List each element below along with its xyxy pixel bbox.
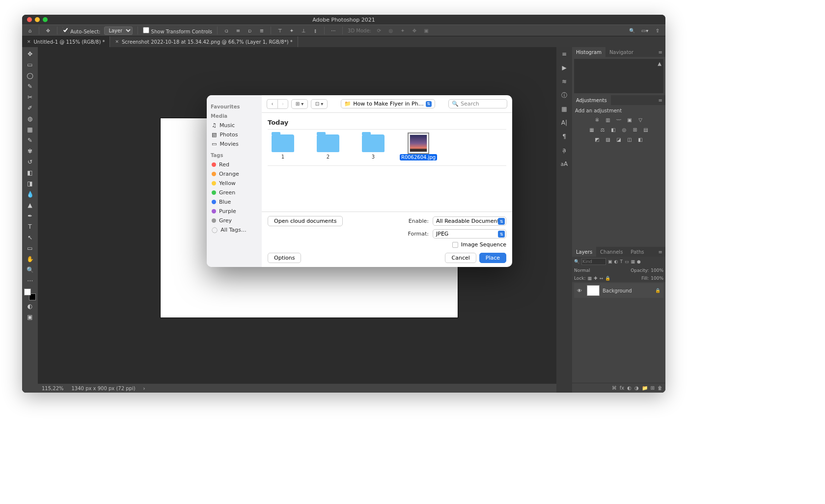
tag-orange[interactable]: Orange: [211, 169, 258, 179]
filter-smart-icon[interactable]: ▦: [631, 259, 635, 264]
distribute-vcenter-icon[interactable]: ✦: [288, 27, 296, 34]
show-transform-checkbox[interactable]: Show Transform Controls: [143, 27, 212, 34]
align-left-icon[interactable]: ⫏: [222, 27, 230, 34]
play-icon[interactable]: ▶: [560, 64, 568, 72]
tab-screenshot[interactable]: ✕ Screenshot 2022-10-18 at 15.34.42.png …: [110, 36, 298, 47]
close-tab-icon[interactable]: ✕: [115, 39, 119, 44]
tab-paths[interactable]: Paths: [627, 247, 648, 257]
path-select-tool[interactable]: ↖: [25, 233, 35, 242]
open-cloud-button[interactable]: Open cloud documents: [268, 216, 343, 226]
sidebar-item-movies[interactable]: ▭Movies: [211, 139, 258, 149]
delete-icon[interactable]: 🗑: [658, 385, 662, 391]
filter-adj-icon[interactable]: ◐: [614, 259, 618, 264]
spot-heal-tool[interactable]: ◍: [25, 114, 35, 124]
tag-green[interactable]: Green: [211, 188, 258, 197]
crop-tool[interactable]: ✂: [25, 92, 35, 102]
lookup-icon[interactable]: ▤: [642, 126, 650, 133]
tab-layers[interactable]: Layers: [572, 247, 596, 257]
link-icon[interactable]: ⌘: [612, 385, 617, 391]
type-tool[interactable]: T: [25, 222, 35, 232]
doc-info[interactable]: 1340 px x 900 px (72 ppi): [72, 386, 136, 391]
hand-tool[interactable]: ✋: [25, 254, 35, 264]
chevron-right-icon[interactable]: ›: [143, 386, 145, 391]
workspace-switcher-icon[interactable]: ▭▾: [641, 27, 649, 34]
glyphs-icon[interactable]: ạ: [560, 146, 568, 154]
bw-icon[interactable]: ◧: [609, 126, 617, 133]
zoom-value[interactable]: 115,22%: [42, 386, 64, 391]
folder-item-3[interactable]: 3: [358, 134, 388, 160]
place-button[interactable]: Place: [479, 253, 506, 263]
lock-all-icon[interactable]: 🔒: [605, 276, 610, 281]
adj-layer-icon[interactable]: ◑: [634, 385, 639, 391]
options-button[interactable]: Options: [268, 253, 301, 263]
blur-tool[interactable]: 💧: [25, 189, 35, 199]
kind-filter[interactable]: [581, 258, 606, 265]
filter-image-icon[interactable]: ▣: [608, 259, 612, 264]
panel-menu-icon[interactable]: ≡: [656, 249, 665, 255]
search-icon[interactable]: 🔍: [628, 27, 636, 34]
mixer-icon[interactable]: ⊞: [631, 126, 639, 133]
lock-artboard-icon[interactable]: ↔: [600, 276, 604, 281]
fx-icon[interactable]: fx: [620, 385, 624, 391]
group-button[interactable]: ⊡ ▾: [311, 99, 328, 109]
auto-select-checkbox[interactable]: Auto-Select:: [62, 27, 100, 34]
warning-icon[interactable]: ▲: [658, 61, 661, 66]
history-brush-tool[interactable]: ↺: [25, 157, 35, 167]
tag-all[interactable]: ◯All Tags…: [211, 225, 258, 235]
distribute-bottom-icon[interactable]: ⊥: [300, 27, 307, 34]
lasso-tool[interactable]: ◯: [25, 71, 35, 80]
folder-item-2[interactable]: 2: [313, 134, 343, 160]
selective-icon[interactable]: ◧: [636, 136, 644, 143]
pen-tool[interactable]: ✒: [25, 211, 35, 221]
filter-type-icon[interactable]: T: [620, 259, 623, 264]
lock-pixels-icon[interactable]: ▦: [588, 276, 592, 281]
fill-value[interactable]: 100%: [651, 276, 663, 281]
photo-filter-icon[interactable]: ◎: [620, 126, 628, 133]
mask-icon[interactable]: ◐: [627, 385, 632, 391]
move-tool-icon[interactable]: ✥: [44, 27, 52, 34]
marquee-tool[interactable]: ▭: [25, 60, 35, 70]
home-icon[interactable]: ⌂: [26, 27, 34, 34]
dodge-tool[interactable]: ▲: [25, 200, 35, 210]
share-icon[interactable]: ⇪: [654, 27, 661, 34]
tag-red[interactable]: Red: [211, 160, 258, 169]
tab-adjustments[interactable]: Adjustments: [572, 95, 611, 105]
opacity-value[interactable]: 100%: [651, 268, 663, 273]
screenmode-tool[interactable]: ▣: [25, 312, 35, 322]
exposure-icon[interactable]: ▣: [626, 116, 633, 123]
sidebar-item-music[interactable]: ♫Music: [211, 121, 258, 130]
blend-mode-select[interactable]: Normal: [574, 268, 629, 273]
eyedropper-tool[interactable]: ✐: [25, 103, 35, 113]
panel-menu-icon[interactable]: ≡: [656, 98, 665, 103]
frame-tool[interactable]: ▦: [25, 125, 35, 134]
close-tab-icon[interactable]: ✕: [27, 39, 31, 44]
tab-histogram[interactable]: Histogram: [572, 47, 605, 57]
group-icon[interactable]: 📁: [642, 385, 648, 391]
gradient-tool[interactable]: ◨: [25, 179, 35, 188]
gradient-map-icon[interactable]: ◫: [626, 136, 633, 143]
tab-untitled[interactable]: ✕ Untitled-1 @ 115% (RGB/8) *: [22, 36, 110, 47]
align-right-icon[interactable]: ⫐: [246, 27, 254, 34]
invert-icon[interactable]: ◩: [593, 136, 601, 143]
distribute-top-icon[interactable]: ⊤: [276, 27, 284, 34]
threshold-icon[interactable]: ◪: [615, 136, 623, 143]
view-icons-button[interactable]: ⊞ ▾: [291, 99, 308, 109]
paragraph-icon[interactable]: ¶: [560, 133, 568, 140]
new-layer-icon[interactable]: ⊞: [651, 385, 655, 391]
format-select[interactable]: JPEG⇅: [433, 229, 506, 239]
auto-select-target[interactable]: Layer: [104, 27, 133, 35]
filter-shape-icon[interactable]: ▭: [625, 259, 629, 264]
sidebar-item-photos[interactable]: ▧Photos: [211, 130, 258, 139]
posterize-icon[interactable]: ▨: [604, 136, 612, 143]
viewport[interactable]: Favourites Media ♫Music ▧Photos ▭Movies …: [38, 47, 556, 384]
tag-purple[interactable]: Purple: [211, 207, 258, 216]
styles-icon[interactable]: aA: [560, 160, 568, 168]
move-tool[interactable]: ✥: [25, 49, 35, 59]
layer-row-background[interactable]: 👁 Background 🔒: [574, 283, 663, 298]
sliders-icon[interactable]: ≋: [560, 78, 568, 85]
edit-toolbar[interactable]: ⋯: [25, 276, 35, 286]
tag-blue[interactable]: Blue: [211, 197, 258, 207]
vibrance-icon[interactable]: ▽: [636, 116, 644, 123]
tag-grey[interactable]: Grey: [211, 216, 258, 225]
distribute-more-icon[interactable]: ⫿: [311, 27, 319, 34]
